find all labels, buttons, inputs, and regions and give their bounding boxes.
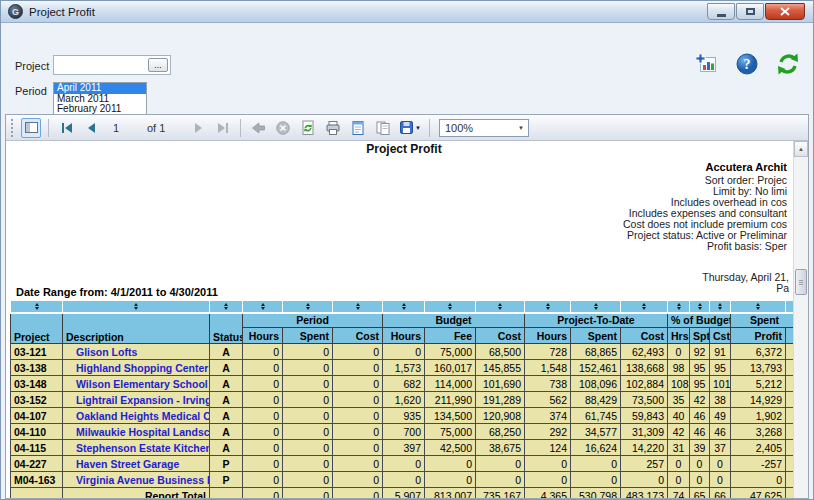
sort-control[interactable]: [731, 301, 786, 313]
value-cell: 91: [710, 344, 731, 360]
value-cell: 134,500: [425, 408, 476, 424]
first-page-button[interactable]: [56, 118, 76, 138]
sort-control[interactable]: [710, 301, 731, 313]
toolbar-separator: [429, 119, 430, 137]
description-link[interactable]: Virginia Avenue Business Park: [63, 472, 210, 488]
value-cell: 0: [710, 472, 731, 488]
sort-up-icon: [134, 303, 138, 306]
project-input[interactable]: [56, 57, 146, 73]
sort-control[interactable]: [690, 301, 710, 313]
help-icon[interactable]: ?: [736, 53, 758, 75]
value-cell: 0: [476, 472, 525, 488]
sort-up-icon: [498, 303, 502, 306]
sort-control[interactable]: [621, 301, 668, 313]
previous-page-button[interactable]: [81, 118, 101, 138]
status-cell: A: [210, 424, 243, 440]
sort-control[interactable]: [283, 301, 333, 313]
sort-control[interactable]: [243, 301, 283, 313]
add-chart-icon[interactable]: [696, 54, 717, 74]
sort-control[interactable]: [425, 301, 476, 313]
next-page-button[interactable]: [188, 118, 208, 138]
zoom-combobox[interactable]: 100% ▼: [439, 119, 529, 137]
sort-control[interactable]: [525, 301, 571, 313]
page-setup-button[interactable]: [373, 118, 393, 138]
print-button[interactable]: [323, 118, 343, 138]
column-header: Cost: [333, 328, 383, 344]
project-label: Project: [15, 60, 49, 72]
scrollbar-thumb[interactable]: [795, 269, 807, 295]
description-link[interactable]: Stephenson Estate Kitchen: [63, 440, 210, 456]
project-field[interactable]: ...: [53, 55, 171, 75]
document-map-toggle-button[interactable]: [21, 118, 41, 138]
description-link[interactable]: Haven Street Garage: [63, 456, 210, 472]
group-header: Spent: [731, 313, 799, 328]
minimize-button[interactable]: [707, 3, 735, 20]
browse-button[interactable]: ...: [148, 58, 168, 72]
refresh-report-button[interactable]: [298, 118, 318, 138]
sort-control[interactable]: [668, 301, 690, 313]
value-cell: 1,620: [383, 392, 425, 408]
description-link[interactable]: Lightrail Expansion - Irvington: [63, 392, 210, 408]
period-label: Period: [15, 85, 47, 97]
sort-up-icon: [718, 303, 722, 306]
stop-button[interactable]: [273, 118, 293, 138]
export-button[interactable]: ▼: [398, 118, 422, 138]
print-layout-button[interactable]: [348, 118, 368, 138]
column-header-project: Project: [11, 313, 63, 344]
close-button[interactable]: [765, 3, 805, 20]
total-value-cell: 74: [668, 488, 690, 499]
sort-control[interactable]: [476, 301, 525, 313]
value-cell: 211,990: [425, 392, 476, 408]
description-link[interactable]: Highland Shopping Center: [63, 360, 210, 376]
refresh-icon[interactable]: [777, 53, 799, 75]
sort-control[interactable]: [11, 301, 63, 313]
sort-control[interactable]: [210, 301, 243, 313]
toolbar-grip[interactable]: [11, 119, 14, 137]
value-cell: 46: [710, 424, 731, 440]
column-header: Hrs: [668, 328, 690, 344]
sort-control[interactable]: [63, 301, 210, 313]
table-row: 03-121Glison LoftsA000075,00068,50072868…: [11, 344, 799, 360]
value-cell: 152,461: [571, 360, 621, 376]
sort-control[interactable]: [333, 301, 383, 313]
table-row: 04-110Milwaukie Hospital LandscapeA00070…: [11, 424, 799, 440]
value-cell: 1,902: [731, 408, 786, 424]
column-header: Spent: [283, 328, 333, 344]
maximize-button[interactable]: [736, 3, 764, 20]
previous-page-icon: [88, 123, 95, 133]
value-cell: 728: [525, 344, 571, 360]
vertical-scrollbar[interactable]: ▲: [793, 141, 808, 498]
scroll-up-button[interactable]: ▲: [794, 141, 808, 157]
value-cell: 0: [333, 408, 383, 424]
value-cell: 0: [425, 456, 476, 472]
project-code-cell: 04-110: [11, 424, 63, 440]
sort-down-icon: [594, 307, 598, 310]
maximize-icon: [746, 8, 755, 15]
sort-control[interactable]: [383, 301, 425, 313]
report-page-label: Pa: [776, 282, 789, 294]
sort-control[interactable]: [571, 301, 621, 313]
description-link[interactable]: Wilson Elementary School: [63, 376, 210, 392]
value-cell: 257: [621, 456, 668, 472]
total-empty-cell: [210, 488, 243, 499]
value-cell: 101,690: [476, 376, 525, 392]
last-page-button[interactable]: [213, 118, 233, 138]
value-cell: 0: [283, 408, 333, 424]
description-link[interactable]: Oakland Heights Medical Clinic: [63, 408, 210, 424]
column-header-description: Description: [63, 313, 210, 344]
value-cell: 682: [383, 376, 425, 392]
titlebar[interactable]: G Project Profit: [1, 1, 813, 23]
period-option[interactable]: April 2011: [54, 83, 146, 94]
description-link[interactable]: Glison Lofts: [63, 344, 210, 360]
column-header: Cst: [710, 328, 731, 344]
description-link[interactable]: Milwaukie Hospital Landscape: [63, 424, 210, 440]
next-page-icon: [195, 123, 202, 133]
column-header: Fee: [425, 328, 476, 344]
sort-down-icon: [402, 307, 406, 310]
value-cell: 0: [283, 424, 333, 440]
value-cell: 92: [690, 344, 710, 360]
page-number-input[interactable]: 1: [106, 122, 142, 134]
sort-down-icon: [261, 307, 265, 310]
window-title: Project Profit: [29, 6, 95, 18]
back-button[interactable]: [248, 118, 268, 138]
